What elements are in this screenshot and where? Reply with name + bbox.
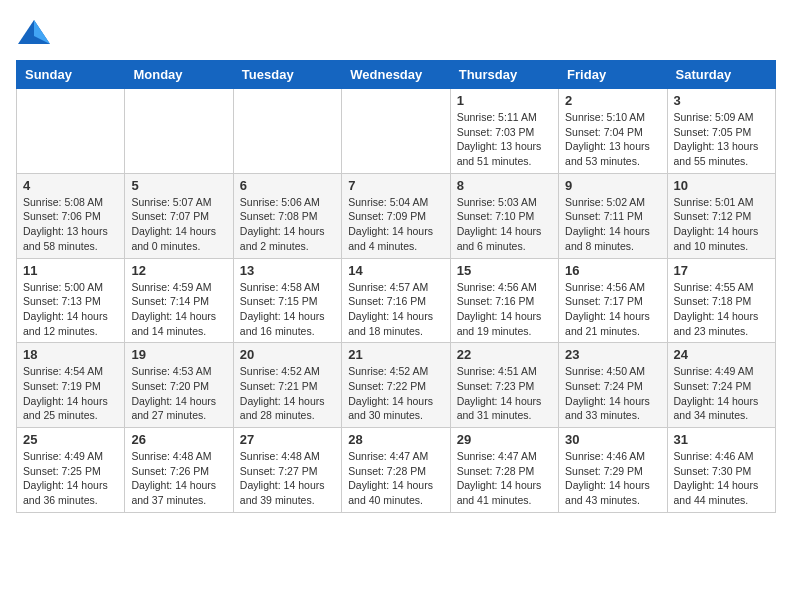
day-info: Sunrise: 5:03 AM Sunset: 7:10 PM Dayligh… <box>457 195 552 254</box>
calendar-cell: 22Sunrise: 4:51 AM Sunset: 7:23 PM Dayli… <box>450 343 558 428</box>
day-info: Sunrise: 4:52 AM Sunset: 7:21 PM Dayligh… <box>240 364 335 423</box>
day-number: 3 <box>674 93 769 108</box>
calendar-header-friday: Friday <box>559 61 667 89</box>
day-number: 23 <box>565 347 660 362</box>
day-number: 17 <box>674 263 769 278</box>
calendar-cell: 28Sunrise: 4:47 AM Sunset: 7:28 PM Dayli… <box>342 428 450 513</box>
day-info: Sunrise: 5:04 AM Sunset: 7:09 PM Dayligh… <box>348 195 443 254</box>
calendar-cell <box>125 89 233 174</box>
calendar-header-sunday: Sunday <box>17 61 125 89</box>
calendar-cell: 5Sunrise: 5:07 AM Sunset: 7:07 PM Daylig… <box>125 173 233 258</box>
calendar-cell: 23Sunrise: 4:50 AM Sunset: 7:24 PM Dayli… <box>559 343 667 428</box>
day-info: Sunrise: 4:47 AM Sunset: 7:28 PM Dayligh… <box>457 449 552 508</box>
day-number: 14 <box>348 263 443 278</box>
day-number: 6 <box>240 178 335 193</box>
calendar-cell: 20Sunrise: 4:52 AM Sunset: 7:21 PM Dayli… <box>233 343 341 428</box>
calendar-header-row: SundayMondayTuesdayWednesdayThursdayFrid… <box>17 61 776 89</box>
calendar-cell: 17Sunrise: 4:55 AM Sunset: 7:18 PM Dayli… <box>667 258 775 343</box>
day-number: 25 <box>23 432 118 447</box>
day-info: Sunrise: 4:56 AM Sunset: 7:16 PM Dayligh… <box>457 280 552 339</box>
calendar-cell: 3Sunrise: 5:09 AM Sunset: 7:05 PM Daylig… <box>667 89 775 174</box>
calendar-week-2: 4Sunrise: 5:08 AM Sunset: 7:06 PM Daylig… <box>17 173 776 258</box>
day-number: 15 <box>457 263 552 278</box>
day-number: 8 <box>457 178 552 193</box>
day-info: Sunrise: 5:02 AM Sunset: 7:11 PM Dayligh… <box>565 195 660 254</box>
calendar-cell: 26Sunrise: 4:48 AM Sunset: 7:26 PM Dayli… <box>125 428 233 513</box>
day-info: Sunrise: 4:57 AM Sunset: 7:16 PM Dayligh… <box>348 280 443 339</box>
logo-icon <box>16 16 52 52</box>
calendar-cell: 25Sunrise: 4:49 AM Sunset: 7:25 PM Dayli… <box>17 428 125 513</box>
day-info: Sunrise: 4:50 AM Sunset: 7:24 PM Dayligh… <box>565 364 660 423</box>
calendar-header-monday: Monday <box>125 61 233 89</box>
calendar-week-3: 11Sunrise: 5:00 AM Sunset: 7:13 PM Dayli… <box>17 258 776 343</box>
day-number: 2 <box>565 93 660 108</box>
day-info: Sunrise: 4:48 AM Sunset: 7:27 PM Dayligh… <box>240 449 335 508</box>
day-number: 28 <box>348 432 443 447</box>
day-number: 30 <box>565 432 660 447</box>
day-number: 16 <box>565 263 660 278</box>
calendar-week-4: 18Sunrise: 4:54 AM Sunset: 7:19 PM Dayli… <box>17 343 776 428</box>
day-info: Sunrise: 4:52 AM Sunset: 7:22 PM Dayligh… <box>348 364 443 423</box>
day-number: 31 <box>674 432 769 447</box>
day-number: 18 <box>23 347 118 362</box>
day-number: 9 <box>565 178 660 193</box>
calendar-cell: 31Sunrise: 4:46 AM Sunset: 7:30 PM Dayli… <box>667 428 775 513</box>
day-info: Sunrise: 5:11 AM Sunset: 7:03 PM Dayligh… <box>457 110 552 169</box>
calendar-week-1: 1Sunrise: 5:11 AM Sunset: 7:03 PM Daylig… <box>17 89 776 174</box>
calendar-table: SundayMondayTuesdayWednesdayThursdayFrid… <box>16 60 776 513</box>
day-info: Sunrise: 4:49 AM Sunset: 7:24 PM Dayligh… <box>674 364 769 423</box>
day-info: Sunrise: 4:55 AM Sunset: 7:18 PM Dayligh… <box>674 280 769 339</box>
calendar-cell: 11Sunrise: 5:00 AM Sunset: 7:13 PM Dayli… <box>17 258 125 343</box>
calendar-cell: 2Sunrise: 5:10 AM Sunset: 7:04 PM Daylig… <box>559 89 667 174</box>
day-number: 12 <box>131 263 226 278</box>
day-number: 1 <box>457 93 552 108</box>
day-number: 29 <box>457 432 552 447</box>
calendar-cell: 9Sunrise: 5:02 AM Sunset: 7:11 PM Daylig… <box>559 173 667 258</box>
calendar-cell: 12Sunrise: 4:59 AM Sunset: 7:14 PM Dayli… <box>125 258 233 343</box>
day-info: Sunrise: 4:47 AM Sunset: 7:28 PM Dayligh… <box>348 449 443 508</box>
calendar-header-thursday: Thursday <box>450 61 558 89</box>
calendar-cell: 1Sunrise: 5:11 AM Sunset: 7:03 PM Daylig… <box>450 89 558 174</box>
day-info: Sunrise: 5:07 AM Sunset: 7:07 PM Dayligh… <box>131 195 226 254</box>
calendar-cell: 10Sunrise: 5:01 AM Sunset: 7:12 PM Dayli… <box>667 173 775 258</box>
calendar-cell: 14Sunrise: 4:57 AM Sunset: 7:16 PM Dayli… <box>342 258 450 343</box>
day-info: Sunrise: 4:49 AM Sunset: 7:25 PM Dayligh… <box>23 449 118 508</box>
day-info: Sunrise: 5:10 AM Sunset: 7:04 PM Dayligh… <box>565 110 660 169</box>
day-number: 21 <box>348 347 443 362</box>
day-number: 19 <box>131 347 226 362</box>
calendar-week-5: 25Sunrise: 4:49 AM Sunset: 7:25 PM Dayli… <box>17 428 776 513</box>
calendar-cell: 8Sunrise: 5:03 AM Sunset: 7:10 PM Daylig… <box>450 173 558 258</box>
day-info: Sunrise: 5:01 AM Sunset: 7:12 PM Dayligh… <box>674 195 769 254</box>
day-number: 5 <box>131 178 226 193</box>
day-info: Sunrise: 4:59 AM Sunset: 7:14 PM Dayligh… <box>131 280 226 339</box>
day-info: Sunrise: 4:46 AM Sunset: 7:29 PM Dayligh… <box>565 449 660 508</box>
calendar-cell: 27Sunrise: 4:48 AM Sunset: 7:27 PM Dayli… <box>233 428 341 513</box>
calendar-cell: 18Sunrise: 4:54 AM Sunset: 7:19 PM Dayli… <box>17 343 125 428</box>
day-info: Sunrise: 5:00 AM Sunset: 7:13 PM Dayligh… <box>23 280 118 339</box>
day-info: Sunrise: 4:46 AM Sunset: 7:30 PM Dayligh… <box>674 449 769 508</box>
day-number: 11 <box>23 263 118 278</box>
logo <box>16 16 52 52</box>
day-info: Sunrise: 5:08 AM Sunset: 7:06 PM Dayligh… <box>23 195 118 254</box>
day-info: Sunrise: 4:54 AM Sunset: 7:19 PM Dayligh… <box>23 364 118 423</box>
calendar-header-tuesday: Tuesday <box>233 61 341 89</box>
calendar-cell: 21Sunrise: 4:52 AM Sunset: 7:22 PM Dayli… <box>342 343 450 428</box>
calendar-cell: 16Sunrise: 4:56 AM Sunset: 7:17 PM Dayli… <box>559 258 667 343</box>
day-number: 13 <box>240 263 335 278</box>
calendar-cell: 19Sunrise: 4:53 AM Sunset: 7:20 PM Dayli… <box>125 343 233 428</box>
day-number: 26 <box>131 432 226 447</box>
day-info: Sunrise: 5:09 AM Sunset: 7:05 PM Dayligh… <box>674 110 769 169</box>
calendar-cell <box>342 89 450 174</box>
day-number: 7 <box>348 178 443 193</box>
calendar-header-wednesday: Wednesday <box>342 61 450 89</box>
calendar-cell <box>233 89 341 174</box>
day-info: Sunrise: 4:48 AM Sunset: 7:26 PM Dayligh… <box>131 449 226 508</box>
calendar-cell <box>17 89 125 174</box>
day-info: Sunrise: 4:51 AM Sunset: 7:23 PM Dayligh… <box>457 364 552 423</box>
calendar-cell: 13Sunrise: 4:58 AM Sunset: 7:15 PM Dayli… <box>233 258 341 343</box>
calendar-cell: 24Sunrise: 4:49 AM Sunset: 7:24 PM Dayli… <box>667 343 775 428</box>
calendar-cell: 6Sunrise: 5:06 AM Sunset: 7:08 PM Daylig… <box>233 173 341 258</box>
day-info: Sunrise: 4:56 AM Sunset: 7:17 PM Dayligh… <box>565 280 660 339</box>
calendar-cell: 4Sunrise: 5:08 AM Sunset: 7:06 PM Daylig… <box>17 173 125 258</box>
calendar-cell: 15Sunrise: 4:56 AM Sunset: 7:16 PM Dayli… <box>450 258 558 343</box>
